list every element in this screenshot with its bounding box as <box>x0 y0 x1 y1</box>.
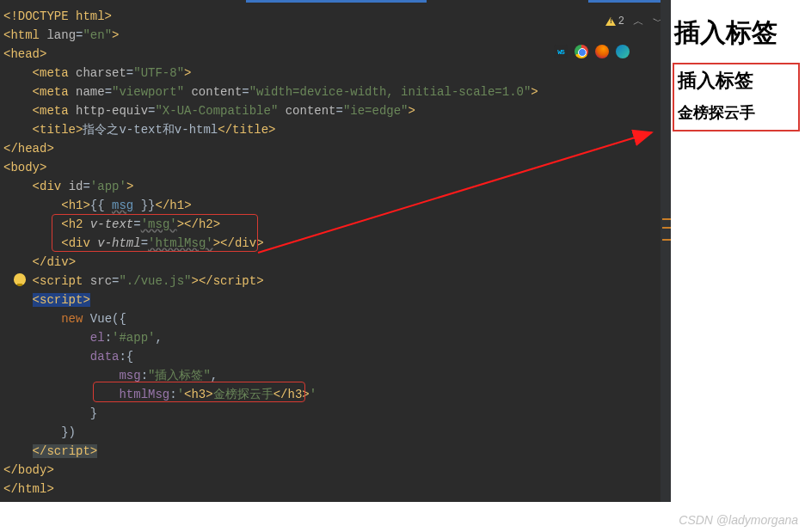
preview-h2: 插入标签 <box>678 68 795 94</box>
tab-active-indicator <box>246 0 427 3</box>
scrollbar-marker <box>662 227 671 229</box>
watermark: CSDN @ladymorgana <box>679 513 798 527</box>
code-area[interactable]: <!DOCTYPE html> <html lang="en"> <head> … <box>3 7 640 498</box>
preview-h1: 插入标签 <box>674 15 798 51</box>
scrollbar-marker <box>662 239 671 241</box>
scrollbar-marker <box>662 218 671 220</box>
code: <!DOCTYPE html> <box>3 9 112 23</box>
preview-h3: 金榜探云手 <box>678 102 795 123</box>
scrollbar[interactable] <box>661 0 671 502</box>
browser-preview: 插入标签 插入标签 金榜探云手 <box>671 2 805 502</box>
preview-annotation-box: 插入标签 金榜探云手 <box>673 63 800 131</box>
ide-editor[interactable]: 2 ︿ ﹀ WS <!DOCTYPE html> <html lang="en"… <box>0 0 671 502</box>
tab-indicator-right <box>588 0 671 3</box>
